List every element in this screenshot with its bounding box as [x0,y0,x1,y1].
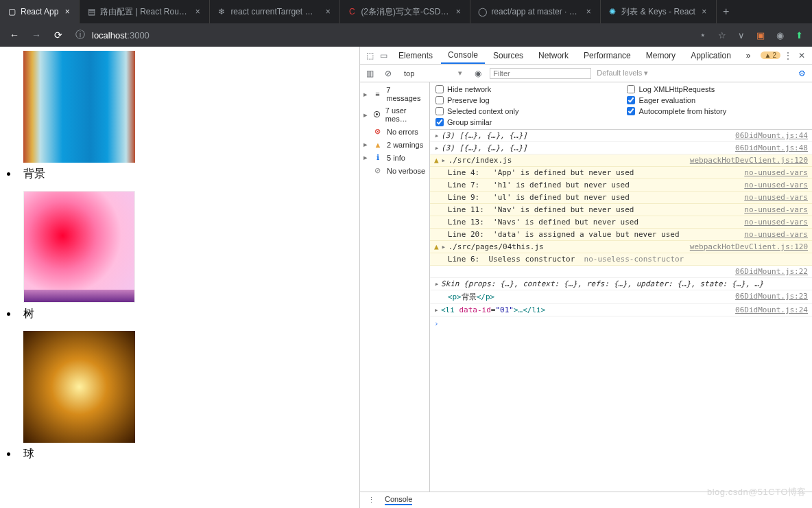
warn-line: Line 7: 'h1' is defined but never usedno… [430,179,812,192]
close-icon[interactable]: × [193,7,202,16]
status-more-icon[interactable]: ⋮ [366,494,378,507]
warn-line: Line 11: 'Nav' is defined but never used… [430,204,812,216]
device-icon[interactable]: ▭ [378,49,390,62]
address-bar: ← → ⟳ ⓘ localhost:3000 ⭑ ☆ ∨ ▣ ◉ ⬆ [0,23,812,47]
console-output[interactable]: ▸(3) [{…}, {…}, {…}]06DidMount.js:44 ▸(3… [430,130,812,492]
log-row[interactable]: ▸<li data-id="01">…</li>06DidMount.js:24 [430,304,812,316]
image-ball [23,331,135,443]
warn-line: Line 13: 'Navs' is defined but never use… [430,216,812,229]
tab-sources[interactable]: Sources [486,47,530,64]
ck-hide-network[interactable]: Hide network [435,85,615,93]
ext2-icon[interactable]: ▣ [754,29,767,41]
sidebar-item-messages[interactable]: ▸≡7 messages [363,84,427,104]
close-icon[interactable]: × [323,7,333,16]
tab-performance[interactable]: Performance [577,47,638,64]
warn-line: Line 6: Useless constructor no-useless-c… [430,253,812,266]
clear-console-icon[interactable]: ⊘ [382,67,394,80]
image-list: 背景 树 球 [4,51,359,461]
log-row[interactable]: ▸(3) [{…}, {…}, {…}]06DidMount.js:44 [430,130,812,142]
forward-button[interactable]: → [29,27,44,43]
warnings-badge[interactable]: ▲2 [761,51,780,59]
ck-autocomplete[interactable]: Autocomplete from history [627,107,807,115]
address-bar-right: ⭑ ☆ ∨ ▣ ◉ ⬆ [697,29,805,41]
image-bg [23,51,135,163]
browser-tab-bar: ▢React App× ▤路由配置 | React Router 中文× ❄re… [0,0,812,23]
page-icon: C [347,7,357,16]
tab-memory[interactable]: Memory [639,47,682,64]
log-row[interactable]: ▸(3) [{…}, {…}, {…}]06DidMount.js:48 [430,142,812,154]
levels-selector[interactable]: Default levels ▾ [597,69,648,78]
tab-elements[interactable]: Elements [392,47,440,64]
list-item: 背景 [18,51,359,181]
filter-input[interactable] [490,68,591,79]
tab-title: React App [21,7,58,16]
page-icon: ▤ [86,7,96,16]
browser-tab-5[interactable]: ✺列表 & Keys - React× [601,0,716,23]
ck-group-similar[interactable]: Group similar [435,118,615,126]
warn-row[interactable]: ▲▸./src/index.jswebpackHotDevClient.js:1… [430,154,812,167]
list-item: 树 [18,191,359,321]
info-icon[interactable]: ⓘ [73,27,88,43]
settings-gear-icon[interactable]: ⚙ [796,67,808,80]
ext1-icon[interactable]: ∨ [735,29,748,41]
browser-tab-4[interactable]: ◯react/app at master · react-× [470,0,601,23]
tab-application[interactable]: Application [684,47,738,64]
warn-line: Line 20: 'data' is assigned a value but … [430,229,812,241]
sidebar-item-user[interactable]: ▸⦿7 user mes… [363,104,427,125]
inspect-icon[interactable]: ⬚ [364,49,377,62]
tab-console[interactable]: Console [441,47,485,64]
translate-icon[interactable]: ⭑ [697,29,709,41]
caption: 球 [23,447,359,461]
browser-tab-0[interactable]: ▢React App× [0,0,80,23]
status-console-label[interactable]: Console [385,495,412,505]
tab-network[interactable]: Network [532,47,575,64]
image-tree [23,191,135,303]
log-row[interactable]: ▸Skin {props: {…}, context: {…}, refs: {… [430,278,812,290]
warn-row[interactable]: ▲▸./src/pages/04this.jswebpackHotDevClie… [430,241,812,253]
ck-preserve-log[interactable]: Preserve log [435,96,615,104]
new-tab-button[interactable]: + [717,0,736,23]
console-sidebar: ▸≡7 messages ▸⦿7 user mes… ⊗No errors ▸▲… [360,82,430,492]
log-row[interactable]: <p>背景</p>06DidMount.js:23 [430,290,812,304]
reload-button[interactable]: ⟳ [51,27,66,43]
url-text: localhost:3000 [92,30,150,41]
browser-tab-2[interactable]: ❄react currentTarrget 和targe× [210,0,340,23]
console-prompt[interactable]: › [430,316,812,331]
close-icon[interactable]: × [584,7,593,16]
sidebar-item-verbose[interactable]: ⊘No verbose [363,164,427,177]
console-settings: Hide network Log XMLHttpRequests Preserv… [430,82,812,130]
ext3-icon[interactable]: ⬆ [793,29,805,41]
caption: 背景 [23,167,359,181]
live-expr-icon[interactable]: ◉ [472,67,484,80]
profile-icon[interactable]: ◉ [774,29,786,41]
sidebar-item-warnings[interactable]: ▸▲2 warnings [363,138,427,151]
console-toolbar: ▥ ⊘ top ▾ ◉ Default levels ▾ ⚙ [360,65,812,82]
browser-tab-3[interactable]: C(2条消息)写文章-CSDN博客× [340,0,470,23]
devtools-statusbar: ⋮ Console [360,492,812,508]
close-icon[interactable]: × [62,7,72,16]
sidebar-toggle-icon[interactable]: ▥ [364,67,377,80]
tab-title: 路由配置 | React Router 中文 [100,6,189,18]
close-icon[interactable]: × [700,7,709,16]
back-button[interactable]: ← [7,27,22,43]
more-icon[interactable]: ⋮ [782,49,794,62]
ck-log-xhr[interactable]: Log XMLHttpRequests [627,85,807,93]
close-icon[interactable]: × [453,7,463,16]
url-box[interactable]: ⓘ localhost:3000 [73,27,690,43]
context-selector[interactable]: top ▾ [400,69,466,78]
page-icon: ✺ [608,7,617,16]
sidebar-item-info[interactable]: ▸ℹ5 info [363,151,427,164]
tab-overflow[interactable]: » [739,47,758,64]
close-devtools-icon[interactable]: ✕ [796,49,808,62]
page-icon: ◯ [477,7,487,16]
console-main: Hide network Log XMLHttpRequests Preserv… [430,82,812,492]
devtools-tabs: ⬚ ▭ Elements Console Sources Network Per… [360,47,812,65]
ck-eager-eval[interactable]: Eager evaluation [627,96,807,104]
bookmark-icon[interactable]: ☆ [716,29,728,41]
sidebar-item-errors[interactable]: ⊗No errors [363,125,427,138]
tab-title: react/app at master · react- [491,7,580,16]
ck-selected-ctx[interactable]: Selected context only [435,107,615,115]
browser-tab-1[interactable]: ▤路由配置 | React Router 中文× [80,0,210,23]
warn-line: Line 4: 'App' is defined but never usedn… [430,167,812,179]
log-row: 06DidMount.js:22 [430,266,812,278]
